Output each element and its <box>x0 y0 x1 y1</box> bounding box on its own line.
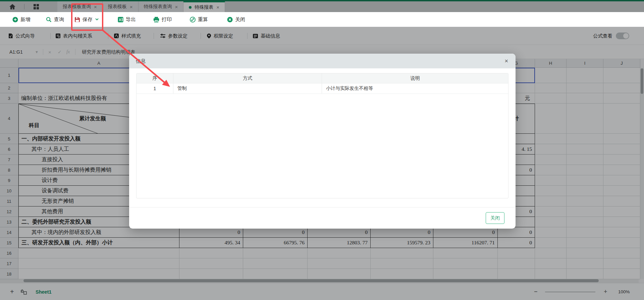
button-label: 关闭 <box>235 16 245 23</box>
message-seq: 1 <box>137 83 173 94</box>
save-button[interactable]: 保存 <box>74 12 99 27</box>
message-table-header-row: 序方式说明 <box>137 73 508 83</box>
app-window: 报表模板查询×报表模板×特殊报表查询×特殊报表× 新增查询保存X导出打印重算关闭… <box>0 0 644 300</box>
recalc-icon <box>190 17 196 22</box>
close-icon <box>227 17 233 22</box>
button-label: 打印 <box>162 16 172 23</box>
save-icon <box>74 17 80 22</box>
add-button[interactable]: 新增 <box>12 12 31 27</box>
dialog-title: 信息 <box>136 58 146 64</box>
info-dialog: 信息 × 序方式说明1管制小计与实际发生不相等 关闭 <box>129 54 516 229</box>
message-table-header-1: 方式 <box>173 73 322 83</box>
add-icon <box>12 17 18 22</box>
print-icon <box>153 17 159 22</box>
search-button[interactable]: 查询 <box>46 12 64 27</box>
message-table-header-0: 序 <box>137 73 173 83</box>
print-button[interactable]: 打印 <box>153 12 172 27</box>
dialog-close-button[interactable]: 关闭 <box>486 212 504 224</box>
message-method: 管制 <box>173 83 322 94</box>
button-label: 查询 <box>54 16 64 23</box>
main-toolbar: 新增查询保存X导出打印重算关闭 <box>0 12 644 27</box>
export-icon: X <box>118 17 123 22</box>
recalc-button[interactable]: 重算 <box>190 12 208 27</box>
button-label: 重算 <box>198 16 208 23</box>
export-button[interactable]: X导出 <box>118 12 136 27</box>
chevron-down-icon[interactable] <box>95 18 99 21</box>
message-table: 序方式说明1管制小计与实际发生不相等 <box>136 73 508 198</box>
search-icon <box>46 17 52 22</box>
svg-text:X: X <box>119 17 121 21</box>
dialog-footer: 关闭 <box>129 207 516 229</box>
dialog-close-icon[interactable]: × <box>504 58 508 64</box>
button-label: 保存 <box>83 16 93 23</box>
message-desc: 小计与实际发生不相等 <box>322 83 508 94</box>
button-label: 导出 <box>126 16 136 23</box>
message-table-row[interactable]: 1管制小计与实际发生不相等 <box>137 83 508 94</box>
message-table-header-2: 说明 <box>322 73 508 83</box>
dialog-header: 信息 × <box>129 54 516 68</box>
close-button[interactable]: 关闭 <box>227 12 245 27</box>
button-label: 新增 <box>20 16 31 23</box>
